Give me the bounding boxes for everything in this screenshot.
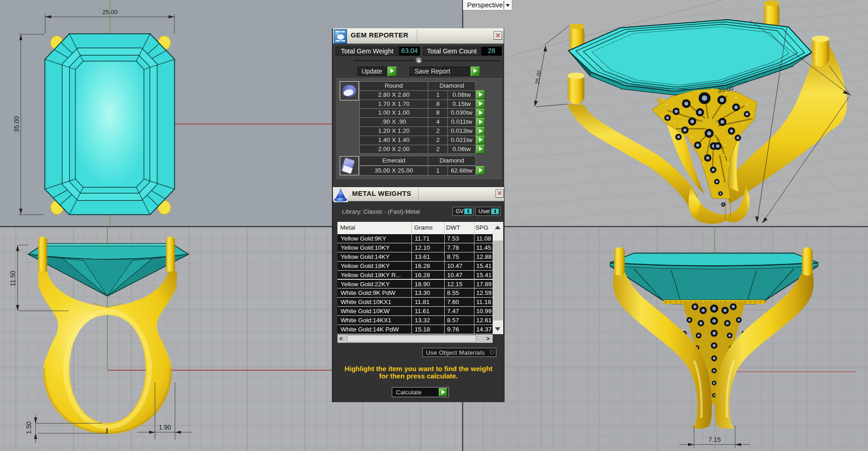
svg-text:25.00: 25.00	[102, 9, 118, 16]
svg-text:1.90: 1.90	[158, 424, 171, 431]
svg-text:1.50: 1.50	[25, 421, 32, 434]
svg-text:11.50: 11.50	[9, 271, 16, 286]
svg-text:35.00: 35.00	[13, 116, 20, 132]
svg-text:7.15: 7.15	[708, 436, 721, 443]
